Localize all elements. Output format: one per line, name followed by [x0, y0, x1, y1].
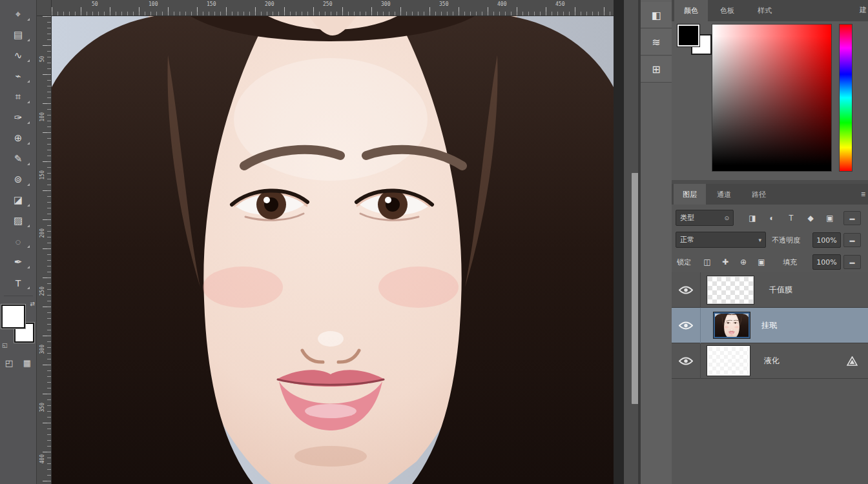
panel-navigator-button[interactable]: ≋ — [641, 29, 672, 55]
eye-icon — [679, 286, 693, 294]
filter-pixel-layers-button[interactable]: ◨ — [745, 212, 760, 225]
opacity-input[interactable]: 100% — [812, 232, 841, 248]
brush-tool[interactable]: ✎ — [5, 150, 32, 168]
ruler-number: 200 — [265, 1, 274, 7]
canvas-gutter — [614, 0, 624, 484]
layer-row-portrait[interactable]: 挂珉 — [672, 308, 868, 343]
eye-icon — [679, 357, 693, 365]
fill-stepper-button[interactable]: ▬ — [843, 255, 861, 269]
vertical-scrollbar[interactable] — [624, 0, 638, 484]
horizontal-ruler[interactable]: 50 100 150 200 250 300 350 400 450 — [52, 0, 614, 16]
tab-layers[interactable]: 图层 — [674, 184, 706, 205]
pen-icon: ✒ — [14, 256, 23, 268]
histogram-icon: ◧ — [651, 10, 661, 21]
visibility-toggle[interactable] — [672, 308, 701, 343]
pen-tool[interactable]: ✒ — [5, 253, 32, 271]
filter-shape-layers-button[interactable]: ◆ — [803, 212, 818, 225]
blur-tool[interactable]: ◌ — [5, 232, 32, 250]
tab-styles[interactable]: 样式 — [748, 0, 781, 21]
filter-toggle-button[interactable]: ▬ — [843, 211, 861, 225]
filter-type-layers-button[interactable]: T — [784, 212, 798, 225]
lasso-tool[interactable]: ∿ — [5, 46, 32, 65]
lock-transparent-button[interactable]: ◫ — [700, 256, 714, 268]
chevron-down-icon: ▾ — [758, 237, 761, 243]
tab-swatches[interactable]: 色板 — [710, 0, 744, 21]
ruler-number: 150 — [39, 171, 45, 180]
ruler-number: 250 — [323, 1, 332, 7]
ruler-number: 400 — [39, 455, 45, 464]
layer-name: 千值膜 — [769, 285, 792, 296]
eraser-tool[interactable]: ◪ — [5, 191, 32, 209]
crop-tool[interactable]: ⌗ — [5, 88, 32, 106]
healing-brush-tool[interactable]: ⊕ — [5, 129, 32, 147]
panel-histogram-button[interactable]: ◧ — [641, 2, 672, 28]
foreground-color-swatch[interactable] — [1, 305, 25, 328]
type-tool[interactable]: T — [5, 274, 32, 292]
document-canvas[interactable] — [52, 16, 614, 484]
app-window: ⌖ ▤ ∿ ⌁ ⌗ ✑ ⊕ ✎ ⊚ ◪ ▨ ◌ ✒ T ⇄ ◱ ◰ ▦ 50 1… — [0, 0, 868, 484]
layer-thumbnail[interactable] — [707, 276, 754, 304]
quick-mask-icon: ◰ — [5, 358, 13, 368]
tool-bar: ⌖ ▤ ∿ ⌁ ⌗ ✑ ⊕ ✎ ⊚ ◪ ▨ ◌ ✒ T ⇄ ◱ ◰ ▦ — [0, 0, 37, 484]
smart-filter-icon[interactable] — [847, 356, 858, 368]
hue-slider[interactable] — [839, 24, 852, 172]
color-panel-tabbar: 颜色 色板 样式 建 — [672, 0, 868, 21]
move-tool[interactable]: ⌖ — [5, 5, 32, 23]
lock-pixels-button[interactable]: ✚ — [718, 256, 732, 268]
tab-channels[interactable]: 通道 — [708, 184, 740, 205]
gradient-tool[interactable]: ▨ — [5, 212, 32, 230]
quick-select-tool[interactable]: ⌁ — [5, 67, 32, 85]
type-layers-icon: T — [789, 214, 793, 223]
panel-foreground-swatch[interactable] — [677, 25, 699, 46]
smart-objects-icon: ▣ — [826, 214, 833, 223]
quick-mask-button[interactable]: ◰ — [3, 356, 16, 369]
eye-icon — [679, 321, 693, 330]
lock-position-button[interactable]: ⊕ — [736, 256, 750, 268]
layer-thumbnail[interactable] — [707, 346, 750, 376]
ruler-number: 150 — [207, 1, 216, 7]
lasso-icon: ∿ — [14, 50, 23, 61]
fill-input[interactable]: 100% — [812, 254, 841, 270]
tab-overflow[interactable]: 建 — [860, 5, 867, 15]
swap-colors-icon[interactable]: ⇄ — [30, 301, 35, 307]
ruler-corner[interactable] — [37, 0, 52, 16]
visibility-toggle[interactable] — [672, 272, 701, 308]
ruler-number: 350 — [39, 403, 45, 412]
layer-filter-dropdown[interactable]: 类型 ⊙ — [676, 210, 734, 226]
lock-pixels-icon: ✚ — [722, 257, 728, 267]
tab-paths[interactable]: 路径 — [743, 184, 775, 205]
tab-color[interactable]: 颜色 — [674, 0, 708, 21]
ruler-number: 50 — [92, 1, 98, 7]
blend-mode-value: 正常 — [680, 235, 694, 245]
search-icon: ⊙ — [724, 215, 729, 221]
healing-brush-icon: ⊕ — [14, 132, 23, 144]
marquee-tool[interactable]: ▤ — [5, 26, 32, 44]
lock-transparent-icon: ◫ — [703, 257, 710, 267]
visibility-toggle[interactable] — [672, 343, 701, 379]
blend-mode-dropdown[interactable]: 正常 ▾ — [676, 232, 766, 248]
ruler-number: 400 — [497, 1, 506, 7]
toolbar-bottom-group: ◰ ▦ — [3, 356, 35, 369]
default-colors-icon[interactable]: ◱ — [2, 342, 8, 348]
eyedropper-tool[interactable]: ✑ — [5, 108, 32, 126]
layer-row-liquify[interactable]: 液化 — [672, 343, 868, 379]
opacity-stepper-button[interactable]: ▬ — [843, 233, 861, 247]
filter-smart-objects-button[interactable]: ▣ — [823, 212, 837, 225]
saturation-brightness-field[interactable] — [712, 24, 832, 172]
layer-row-mask[interactable]: 千值膜 — [672, 272, 868, 308]
clone-stamp-tool[interactable]: ⊚ — [5, 170, 32, 188]
portrait-thumbnail-image — [715, 314, 749, 337]
panel-menu-icon[interactable]: ≡ — [861, 190, 865, 199]
color-panel-body — [672, 21, 868, 184]
filter-adjustment-layers-button[interactable]: ◐ — [765, 212, 779, 225]
layer-thumbnail[interactable] — [714, 312, 750, 338]
adjustment-layers-icon: ◐ — [769, 214, 774, 223]
ruler-number: 100 — [149, 1, 158, 7]
lock-all-button[interactable]: ▣ — [754, 256, 769, 268]
eyedropper-icon: ✑ — [14, 112, 23, 123]
vertical-ruler[interactable]: 50 100 150 200 250 300 350 400 — [37, 16, 52, 484]
screen-mode-icon: ▦ — [23, 358, 31, 368]
screen-mode-button[interactable]: ▦ — [21, 356, 34, 369]
ruler-number: 350 — [439, 1, 448, 7]
panel-info-button[interactable]: ⊞ — [641, 56, 672, 83]
